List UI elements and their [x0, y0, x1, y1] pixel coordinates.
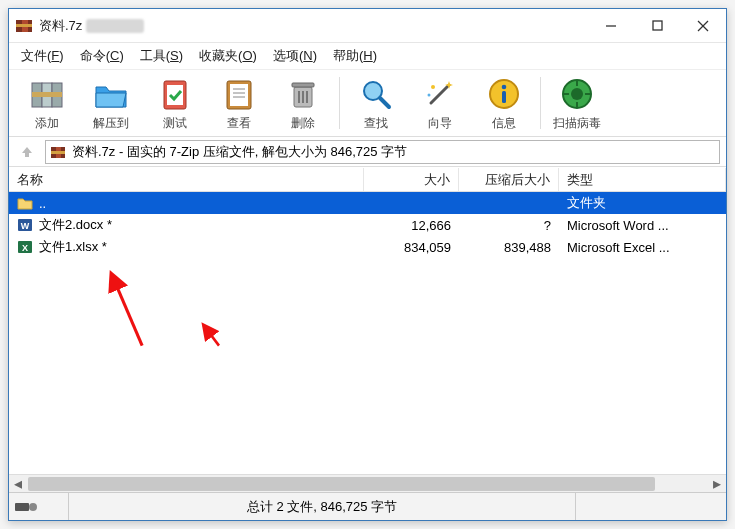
- toolbar-scan-label: 扫描病毒: [553, 115, 601, 132]
- column-packed[interactable]: 压缩后大小: [459, 168, 559, 191]
- file-type: Microsoft Excel ...: [567, 240, 670, 255]
- list-item[interactable]: X 文件1.xlsx * 834,059 839,488 Microsoft E…: [9, 236, 726, 258]
- menu-help[interactable]: 帮助(H): [325, 45, 385, 67]
- svg-rect-41: [51, 151, 65, 154]
- scroll-thumb[interactable]: [28, 477, 655, 491]
- svg-line-25: [380, 98, 389, 107]
- svg-rect-15: [230, 84, 248, 106]
- file-type: Microsoft Word ...: [567, 218, 669, 233]
- toolbar-extract-label: 解压到: [93, 115, 129, 132]
- menubar: 文件(F) 命令(C) 工具(S) 收藏夹(O) 选项(N) 帮助(H): [9, 43, 726, 69]
- wand-icon: [421, 75, 459, 113]
- svg-point-28: [428, 93, 431, 96]
- file-name: 文件2.docx *: [39, 216, 112, 234]
- window-controls: [588, 9, 726, 42]
- file-packed: 839,488: [504, 240, 551, 255]
- menu-tools[interactable]: 工具(S): [132, 45, 191, 67]
- toolbar: 添加 解压到 测试 查看 删除: [9, 69, 726, 137]
- notebook-icon: [220, 75, 258, 113]
- file-name: 文件1.xlsx *: [39, 238, 107, 256]
- scroll-right-button[interactable]: ▸: [708, 475, 726, 493]
- svg-rect-11: [32, 92, 62, 97]
- svg-rect-48: [15, 503, 29, 511]
- nav-up-button[interactable]: [15, 140, 39, 164]
- trash-icon: [284, 75, 322, 113]
- folder-open-icon: [92, 75, 130, 113]
- file-type: 文件夹: [567, 194, 606, 212]
- location-bar: 资料.7z - 固实的 7-Zip 压缩文件, 解包大小为 846,725 字节: [9, 137, 726, 167]
- disk-icon: [15, 501, 37, 513]
- toolbar-test-button[interactable]: 测试: [143, 71, 207, 135]
- column-headers: 名称 大小 压缩后大小 类型: [9, 168, 726, 192]
- word-file-icon: W: [17, 217, 33, 233]
- app-window: 资料.7z 文件(F) 命令(C) 工具(S) 收藏夹(O) 选项(N) 帮助(…: [8, 8, 727, 521]
- file-size: 834,059: [404, 240, 451, 255]
- svg-rect-5: [653, 21, 662, 30]
- svg-point-30: [502, 84, 507, 89]
- magnifier-icon: [357, 75, 395, 113]
- menu-favorites[interactable]: 收藏夹(O): [191, 45, 265, 67]
- scroll-left-button[interactable]: ◂: [9, 475, 27, 493]
- status-summary: 总计 2 文件, 846,725 字节: [69, 493, 576, 520]
- column-size[interactable]: 大小: [364, 168, 459, 191]
- toolbar-find-button[interactable]: 查找: [344, 71, 408, 135]
- horizontal-scrollbar[interactable]: ◂ ▸: [9, 474, 726, 492]
- svg-line-47: [204, 325, 219, 345]
- file-size: 12,666: [411, 218, 451, 233]
- status-bar: 总计 2 文件, 846,725 字节: [9, 492, 726, 520]
- svg-point-33: [571, 88, 583, 100]
- app-icon: [15, 17, 33, 35]
- toolbar-view-button[interactable]: 查看: [207, 71, 271, 135]
- column-name[interactable]: 名称: [9, 168, 364, 191]
- svg-rect-3: [16, 24, 32, 27]
- title-smudge: [86, 19, 144, 33]
- svg-text:W: W: [21, 221, 30, 231]
- folder-up-icon: [17, 195, 33, 211]
- svg-rect-13: [167, 85, 183, 105]
- toolbar-find-label: 查找: [364, 115, 388, 132]
- svg-point-27: [431, 85, 435, 89]
- info-icon: [485, 75, 523, 113]
- file-list: 名称 大小 压缩后大小 类型 .. 文件夹: [9, 167, 726, 492]
- column-type[interactable]: 类型: [559, 168, 726, 191]
- menu-options[interactable]: 选项(N): [265, 45, 325, 67]
- menu-commands[interactable]: 命令(C): [72, 45, 132, 67]
- file-packed: ?: [544, 218, 551, 233]
- titlebar: 资料.7z: [9, 9, 726, 43]
- toolbar-add-label: 添加: [35, 115, 59, 132]
- toolbar-view-label: 查看: [227, 115, 251, 132]
- status-left: [9, 493, 69, 520]
- toolbar-delete-label: 删除: [291, 115, 315, 132]
- toolbar-scan-button[interactable]: 扫描病毒: [545, 71, 609, 135]
- menu-file[interactable]: 文件(F): [13, 45, 72, 67]
- toolbar-separator: [339, 77, 340, 129]
- svg-line-46: [111, 274, 142, 346]
- clipboard-check-icon: [156, 75, 194, 113]
- excel-file-icon: X: [17, 239, 33, 255]
- list-item[interactable]: W 文件2.docx * 12,666 ? Microsoft Word ...: [9, 214, 726, 236]
- toolbar-info-label: 信息: [492, 115, 516, 132]
- toolbar-info-button[interactable]: 信息: [472, 71, 536, 135]
- toolbar-extract-button[interactable]: 解压到: [79, 71, 143, 135]
- scroll-track[interactable]: [27, 475, 708, 493]
- file-rows[interactable]: .. 文件夹 W 文件2.docx * 12,666 ? Microsoft W…: [9, 192, 726, 474]
- list-item[interactable]: .. 文件夹: [9, 192, 726, 214]
- close-button[interactable]: [680, 9, 726, 42]
- maximize-button[interactable]: [634, 9, 680, 42]
- location-text: 资料.7z - 固实的 7-Zip 压缩文件, 解包大小为 846,725 字节: [72, 143, 407, 161]
- minimize-button[interactable]: [588, 9, 634, 42]
- window-title: 资料.7z: [39, 17, 82, 35]
- toolbar-separator: [540, 77, 541, 129]
- toolbar-add-button[interactable]: 添加: [15, 71, 79, 135]
- location-field[interactable]: 资料.7z - 固实的 7-Zip 压缩文件, 解包大小为 846,725 字节: [45, 140, 720, 164]
- toolbar-wizard-button[interactable]: 向导: [408, 71, 472, 135]
- toolbar-test-label: 测试: [163, 115, 187, 132]
- archive-small-icon: [50, 144, 66, 160]
- svg-point-49: [29, 503, 37, 511]
- toolbar-wizard-label: 向导: [428, 115, 452, 132]
- svg-text:X: X: [22, 243, 28, 253]
- toolbar-delete-button[interactable]: 删除: [271, 71, 335, 135]
- virus-scan-icon: [558, 75, 596, 113]
- archive-add-icon: [28, 75, 66, 113]
- file-name: ..: [39, 196, 46, 211]
